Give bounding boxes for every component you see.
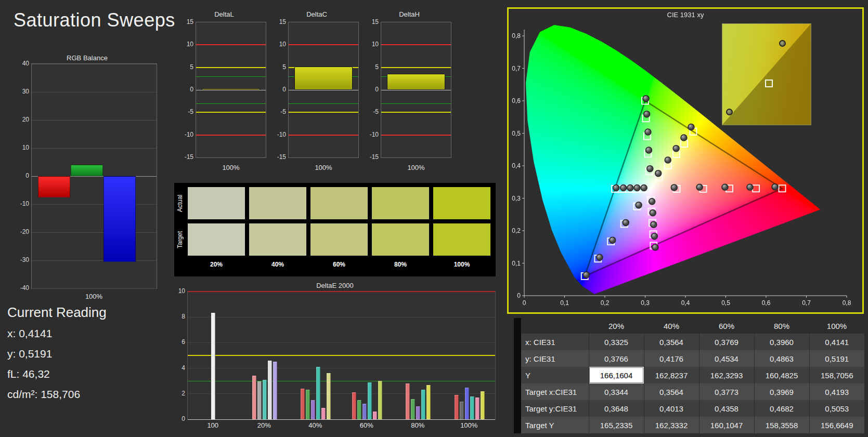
measured-marker — [651, 233, 657, 240]
grid-line — [289, 135, 358, 136]
table-cell[interactable]: 0,3969 — [754, 383, 809, 400]
table-row-label: Target x:CIE31 — [521, 383, 589, 400]
y-tick-label: 0,3 — [512, 195, 521, 202]
measured-marker — [623, 219, 629, 226]
table-cell[interactable]: 165,2335 — [589, 417, 644, 433]
table-gutter-cell — [514, 400, 521, 417]
x-tick-label: 40% — [300, 421, 331, 429]
rgb-bar-blue — [103, 176, 136, 262]
swatch-col-label: 60% — [310, 261, 368, 268]
table-cell[interactable]: 0,3564 — [644, 334, 699, 350]
actual-swatch — [433, 187, 490, 219]
y-tick-label: -10 — [365, 131, 379, 138]
grid-line — [188, 355, 495, 356]
swatch-row-label: Actual — [176, 187, 185, 219]
table-cell[interactable]: 0,5053 — [809, 400, 864, 417]
y-tick-label: 0,5 — [512, 130, 521, 137]
table-gutter-cell — [514, 350, 521, 367]
table-cell[interactable]: 0,4141 — [809, 334, 864, 350]
table-cell[interactable]: 166,1604 — [589, 367, 644, 383]
target-swatch — [310, 223, 368, 256]
delta-h-x-label: 100% — [381, 164, 451, 171]
table-row: Target Y165,2335162,3332160,1047158,3558… — [514, 417, 864, 433]
grid-line — [196, 112, 266, 113]
grid-line — [381, 103, 451, 104]
table-cell[interactable]: 158,7056 — [809, 367, 864, 383]
grid-line — [32, 288, 157, 289]
table-cell[interactable]: 160,4825 — [754, 367, 809, 383]
grid-line — [32, 260, 157, 261]
table-cell[interactable]: 0,4013 — [644, 400, 699, 417]
y-tick-label: -15 — [180, 153, 193, 161]
y-tick-label: 0,4 — [512, 162, 521, 169]
measured-marker — [649, 198, 655, 205]
table-cell[interactable]: 0,4682 — [754, 400, 809, 417]
grid-line — [289, 112, 358, 113]
rgb-balance-plot — [31, 63, 157, 289]
y-tick-label: -10 — [180, 131, 193, 138]
deltae-bar — [327, 373, 331, 419]
grid-line — [32, 64, 157, 64]
y-tick-label: 0 — [365, 86, 379, 93]
grid-line — [196, 103, 266, 104]
table-cell[interactable]: 0,3773 — [699, 383, 754, 400]
measured-marker — [627, 185, 633, 191]
table-cell[interactable]: 156,6649 — [809, 417, 864, 433]
grid-line — [188, 291, 495, 292]
table-cell[interactable]: 158,3558 — [754, 417, 809, 433]
table-cell[interactable]: 0,3564 — [644, 383, 699, 400]
table-cell[interactable]: 162,8237 — [644, 367, 699, 383]
y-tick-label: 10 — [180, 41, 193, 48]
table-cell[interactable]: 160,1047 — [699, 417, 754, 433]
table-cell[interactable]: 0,3648 — [589, 400, 644, 417]
cie-1931-xy-title: CIE 1931 xy — [509, 11, 862, 19]
deltae-bar — [416, 406, 420, 419]
table-cell[interactable]: 162,3332 — [644, 417, 699, 433]
table-cell[interactable]: 0,5191 — [809, 350, 864, 367]
grid-line — [188, 419, 495, 420]
table-cell[interactable]: 0,3325 — [589, 334, 644, 350]
grid-line — [289, 44, 358, 45]
actual-swatch — [249, 187, 306, 219]
deltae-bar — [306, 390, 310, 419]
reading-cdm2: cd/m²: 158,706 — [7, 388, 80, 401]
y-tick-label: 5 — [365, 63, 379, 71]
table-cell[interactable]: 0,3344 — [589, 383, 644, 400]
table-cell[interactable]: 0,3769 — [699, 334, 754, 350]
grid-line — [32, 204, 157, 205]
deltae-bar — [273, 362, 277, 419]
table-cell[interactable]: 0,4534 — [699, 350, 754, 367]
x-tick-label: 20% — [249, 421, 280, 429]
swatch-col-label: 80% — [372, 261, 429, 268]
deltae-bar — [378, 381, 382, 419]
table-cell[interactable]: 162,3293 — [699, 367, 754, 383]
y-tick-label: 0,6 — [512, 97, 521, 104]
table-row-label: Target y:CIE31 — [521, 400, 589, 417]
table-cell[interactable]: 0,3766 — [589, 350, 644, 367]
y-tick-label: 0 — [172, 415, 185, 422]
measured-marker — [688, 124, 694, 130]
x-tick-label: 0,2 — [601, 299, 610, 307]
table-row-label: y: CIE31 — [521, 350, 589, 367]
y-tick-label: 2 — [172, 390, 185, 397]
y-tick-label: 0,8 — [512, 32, 521, 39]
y-tick-label: 20 — [16, 116, 29, 123]
measured-marker — [696, 184, 703, 190]
measured-marker — [613, 185, 619, 191]
y-tick-label: -30 — [16, 256, 29, 263]
table-cell[interactable]: 0,3960 — [754, 334, 809, 350]
y-tick-label: 0 — [273, 86, 286, 93]
table-cell[interactable]: 0,4358 — [699, 400, 754, 417]
measured-marker — [620, 185, 627, 191]
table-cell[interactable]: 0,4176 — [644, 350, 699, 367]
grid-line — [381, 112, 451, 113]
y-tick-label: 15 — [365, 18, 379, 25]
table-cell[interactable]: 0,4863 — [754, 350, 809, 367]
measured-marker — [636, 202, 642, 208]
target-swatch — [249, 223, 306, 256]
delta-bar — [387, 74, 446, 90]
deltae-bar — [460, 402, 464, 419]
deltae-bar — [362, 404, 367, 419]
y-tick-label: 15 — [273, 18, 286, 25]
table-cell[interactable]: 0,4193 — [809, 383, 864, 400]
